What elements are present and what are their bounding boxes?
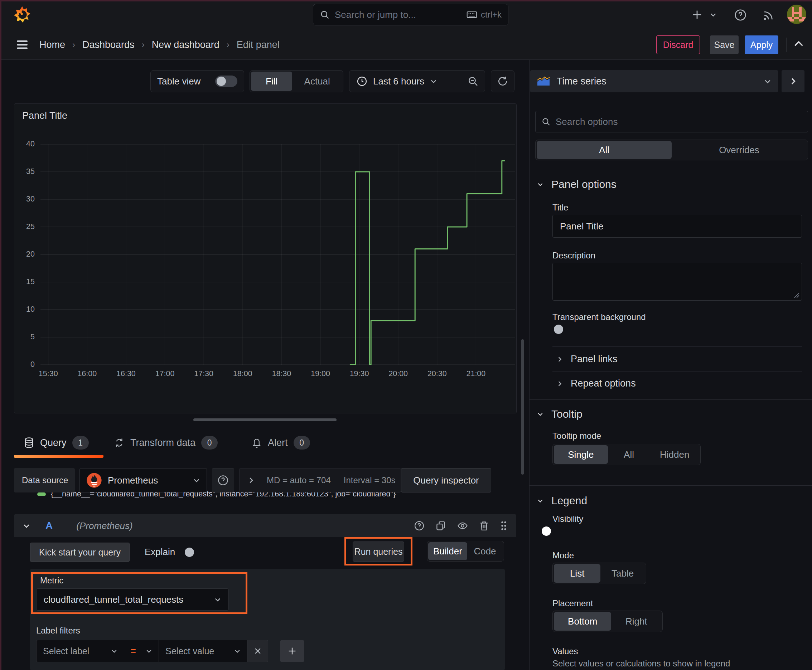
grafana-logo[interactable] xyxy=(12,4,32,25)
panel-options-section-header[interactable]: Panel options xyxy=(537,178,617,190)
legend-mode-segmented: List Table xyxy=(553,563,646,584)
query-help-icon[interactable] xyxy=(414,520,425,531)
breadcrumb-new-dashboard[interactable]: New dashboard xyxy=(152,39,219,51)
select-value-placeholder: Select value xyxy=(165,646,214,656)
chevron-down-icon xyxy=(111,648,117,653)
repeat-options-section-header[interactable]: Repeat options xyxy=(557,378,636,389)
legend-list-option[interactable]: List xyxy=(554,564,600,583)
breadcrumb: Home › Dashboards › New dashboard › Edit… xyxy=(39,30,280,59)
placement-bottom-option[interactable]: Bottom xyxy=(554,612,611,631)
section-chevron-down-icon xyxy=(537,498,544,503)
legend-table-option[interactable]: Table xyxy=(600,564,645,583)
apply-button[interactable]: Apply xyxy=(745,36,778,54)
operator-value: = xyxy=(131,646,136,656)
datasource-help-button[interactable] xyxy=(212,468,234,492)
label-filter-row: Select label = Select value xyxy=(36,640,268,662)
save-button[interactable]: Save xyxy=(710,36,739,54)
x-tick-label: 17:30 xyxy=(194,369,214,378)
panel-links-section-header[interactable]: Panel links xyxy=(557,354,618,365)
viz-picker-chevron-down-icon xyxy=(764,78,771,84)
query-options-summary[interactable]: MD = auto = 704 Interval = 30s xyxy=(239,468,401,492)
pane-resize-handle[interactable] xyxy=(193,418,337,421)
tooltip-single-option[interactable]: Single xyxy=(554,445,608,464)
transform-count-badge: 0 xyxy=(201,436,218,450)
tooltip-all-option[interactable]: All xyxy=(608,445,650,464)
explain-label: Explain xyxy=(145,546,175,558)
description-textarea[interactable] xyxy=(553,263,802,301)
menu-hamburger-icon[interactable] xyxy=(16,39,29,50)
options-tabs: All Overrides xyxy=(535,140,808,160)
zoom-out-icon[interactable] xyxy=(461,71,485,92)
refresh-button[interactable] xyxy=(491,70,514,92)
add-filter-button[interactable] xyxy=(280,640,304,662)
delete-query-trash-icon[interactable] xyxy=(479,520,489,531)
legend-color-swatch xyxy=(37,492,46,496)
tooltip-section-header[interactable]: Tooltip xyxy=(537,408,583,420)
x-tick-label: 15:30 xyxy=(39,369,58,378)
visualization-picker[interactable]: Time series xyxy=(530,70,778,92)
legend-section-header[interactable]: Legend xyxy=(537,495,587,507)
query-inspector-button[interactable]: Query inspector xyxy=(401,468,491,492)
viz-pane-collapse-button[interactable] xyxy=(781,70,805,92)
y-axis-labels: 0510152025303540 xyxy=(14,144,35,373)
builder-option[interactable]: Builder xyxy=(428,542,467,560)
add-new-chevron-icon[interactable] xyxy=(710,12,717,17)
y-tick-label: 40 xyxy=(26,140,35,149)
tab-query-label: Query xyxy=(40,437,66,448)
tab-alert-label: Alert xyxy=(268,437,288,448)
x-tick-label: 16:00 xyxy=(77,369,97,378)
tab-transform-label: Transform data xyxy=(131,437,195,448)
description-field-label: Description xyxy=(553,250,595,261)
panel-title: Panel Title xyxy=(22,110,67,121)
transform-icon xyxy=(114,437,125,448)
global-search-input[interactable]: Search or jump to... ctrl+k xyxy=(313,4,509,25)
drag-query-grip-icon[interactable] xyxy=(500,520,508,531)
fill-option[interactable]: Fill xyxy=(251,71,292,91)
code-option[interactable]: Code xyxy=(467,542,503,560)
datasource-picker[interactable]: Prometheus xyxy=(80,468,207,492)
time-range-picker[interactable]: Last 6 hours xyxy=(349,76,461,87)
query-ref-id[interactable]: A xyxy=(46,520,53,531)
alert-count-badge: 0 xyxy=(293,436,310,450)
tooltip-mode-label: Tooltip mode xyxy=(553,431,601,441)
discard-button[interactable]: Discard xyxy=(656,36,700,54)
breadcrumb-home[interactable]: Home xyxy=(39,39,65,51)
tooltip-hidden-option[interactable]: Hidden xyxy=(650,445,699,464)
panel-title-input[interactable]: Panel Title xyxy=(553,215,802,238)
tab-transform-data[interactable]: Transform data 0 xyxy=(114,436,218,450)
collapse-options-chevron-up-icon[interactable] xyxy=(793,40,804,48)
tab-overrides[interactable]: Overrides xyxy=(672,141,807,159)
user-avatar[interactable] xyxy=(787,5,806,24)
chevron-right-icon xyxy=(790,77,796,86)
tab-alert[interactable]: Alert 0 xyxy=(251,436,310,450)
add-new-button[interactable] xyxy=(691,8,703,21)
tab-query[interactable]: Query 1 xyxy=(24,436,89,450)
duplicate-query-icon[interactable] xyxy=(436,520,446,531)
title-field-label: Title xyxy=(553,203,568,213)
select-label-dropdown[interactable]: Select label xyxy=(36,640,124,662)
top-nav-bar: Search or jump to... ctrl+k xyxy=(0,0,812,30)
placement-right-option[interactable]: Right xyxy=(611,612,661,631)
operator-dropdown[interactable]: = xyxy=(124,640,159,662)
help-icon[interactable] xyxy=(734,8,747,22)
label-filters-label: Label filters xyxy=(36,626,80,636)
news-rss-icon[interactable] xyxy=(762,9,774,22)
tab-all[interactable]: All xyxy=(537,141,672,159)
breadcrumb-dashboards[interactable]: Dashboards xyxy=(82,39,135,51)
table-view-control: Table view xyxy=(150,70,244,92)
options-search-input[interactable]: Search options xyxy=(535,111,808,132)
active-tab-underline xyxy=(14,455,103,458)
hide-query-eye-icon[interactable] xyxy=(457,520,468,531)
actual-option[interactable]: Actual xyxy=(292,71,342,91)
remove-filter-button[interactable] xyxy=(247,640,268,662)
query-collapse-chevron-down-icon[interactable] xyxy=(22,523,31,529)
time-range-chevron-down-icon xyxy=(430,78,437,84)
kick-start-query-button[interactable]: Kick start your query xyxy=(30,543,130,562)
grafana-edit-panel-screen: Search or jump to... ctrl+k xyxy=(0,0,812,670)
close-icon xyxy=(254,647,262,655)
select-value-dropdown[interactable]: Select value xyxy=(159,640,247,662)
table-view-toggle[interactable] xyxy=(215,76,237,87)
scrollbar-thumb[interactable] xyxy=(521,339,524,475)
resize-grip-icon[interactable] xyxy=(793,292,800,298)
legend-placement-segmented: Bottom Right xyxy=(553,611,663,632)
